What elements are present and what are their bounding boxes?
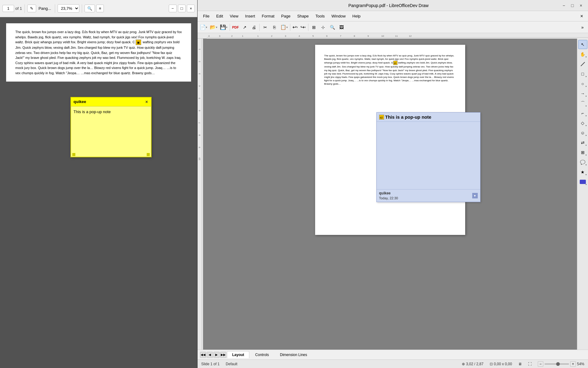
menu-file[interactable]: File [200, 13, 213, 20]
curve-tool-button[interactable]: ⌒ ▾ [578, 99, 587, 108]
rectangle-tool-button[interactable]: □ ▾ [578, 69, 587, 79]
smiley-tool-button[interactable]: ☺ ▾ [578, 128, 587, 137]
tab-dimension-lines[interactable]: Dimension Lines [275, 351, 312, 358]
draw-popup-expand-button[interactable]: ▼ [472, 193, 478, 198]
arrows-tool-button[interactable]: ⇄ ▾ [578, 138, 587, 147]
menu-format[interactable]: Format [259, 13, 277, 20]
fit-icon: ⛶ [528, 362, 532, 366]
zoom-plus-button[interactable]: + [570, 361, 576, 367]
star-tool-button[interactable]: ★ ▾ [578, 167, 587, 177]
copy-button[interactable]: ⎘ [270, 23, 279, 32]
menu-button[interactable]: ≡ [96, 5, 104, 12]
snap-button[interactable]: ⊹ [319, 23, 327, 32]
menu-view[interactable]: View [227, 13, 241, 20]
save-icon: 💾 [220, 24, 226, 30]
left-tools: ↖ ✋ ▾ □ ▾ ○ ▾ → ▾ [577, 39, 588, 350]
svg-rect-18 [198, 39, 203, 350]
tab-controls[interactable]: Controls [250, 351, 274, 358]
open-dropdown[interactable]: 📂 ▾ [209, 23, 218, 32]
nav-prev-button[interactable]: ◀ [207, 352, 213, 358]
zoom-select[interactable]: 23,7% [58, 4, 79, 13]
image-icon: 🖼 [339, 25, 344, 30]
search-button[interactable]: 🔍 [85, 5, 95, 12]
flowchart-tool-button[interactable]: ⊞ ▾ [578, 148, 587, 157]
svg-text:7: 7 [340, 35, 341, 37]
pencil-button[interactable]: ✎ [27, 5, 36, 12]
page-of-label: of 1 [15, 6, 22, 11]
app-close-button[interactable]: × [578, 2, 584, 9]
svg-text:2: 2 [231, 35, 233, 37]
zoom-slider-area: − + 54% [538, 361, 584, 367]
new-dropdown[interactable]: 📄 ▾ [199, 23, 208, 32]
zoom-pan-button[interactable]: 🔍 [328, 23, 337, 32]
toolbar-row1: 📄 ▾ 📂 ▾ 💾 ▾ PDF ↗ 🖨 ✂ ⎘ 📋 ▾ [198, 21, 588, 33]
cut-button[interactable]: ✂ [261, 23, 270, 32]
callout-tool-button[interactable]: 💬 ▾ [578, 158, 587, 167]
app-minimize-button[interactable]: − [560, 2, 567, 9]
menu-shape[interactable]: Shape [294, 13, 312, 20]
export-pdf-button[interactable]: PDF [231, 23, 240, 32]
annotation-icon[interactable]: ▣ [136, 40, 141, 45]
draw-popup-body [377, 122, 480, 189]
svg-text:1: 1 [198, 48, 201, 50]
popup-note: quikee × This is a pop-up note [70, 97, 152, 157]
connector-chevron: ▾ [586, 115, 587, 117]
star-chevron: ▾ [586, 174, 587, 176]
close-left-button[interactable]: × [187, 5, 195, 12]
image-button[interactable]: 🖼 [337, 23, 346, 32]
popup-close-button[interactable]: × [145, 99, 149, 104]
nav-last-button[interactable]: ▶▶ [220, 352, 226, 358]
panel-close-button[interactable]: × [578, 13, 586, 19]
tab-layout[interactable]: Layout [227, 351, 249, 358]
draw-annotation-icon[interactable]: q1 [393, 61, 398, 65]
print-button[interactable]: 🖨 [250, 23, 258, 32]
menu-tools[interactable]: Tools [312, 13, 328, 20]
redo-dropdown[interactable]: ↪ ▾ [300, 23, 307, 32]
color-chevron: ▾ [586, 183, 587, 186]
draw-popup-note: q1 This is a pop-up note quikee Today, 2… [376, 112, 481, 202]
svg-text:10: 10 [198, 158, 201, 160]
popup-note-body: This is a pop-up note [71, 106, 151, 152]
menu-help[interactable]: Help [349, 13, 364, 20]
line-tool-button[interactable] [578, 59, 587, 69]
toolbar-more-button[interactable]: » [578, 23, 587, 32]
draw-popup-text: This is a pop-up note [385, 114, 432, 120]
resize-handle-sw[interactable] [72, 153, 75, 156]
pan-tool-button[interactable]: ✋ ▾ [578, 50, 587, 59]
menu-insert[interactable]: Insert [242, 13, 258, 20]
export-button[interactable]: ↗ [240, 23, 249, 32]
page-number-input[interactable] [2, 5, 14, 12]
menu-page[interactable]: Page [278, 13, 293, 20]
grid-button[interactable]: ⊞ [310, 23, 318, 32]
color-tool-button[interactable]: ▾ [578, 177, 587, 186]
minimize-button[interactable]: − [169, 5, 177, 12]
svg-text:3: 3 [285, 35, 286, 37]
pdf-page: The quick, brown fox jumps over a lazy d… [6, 23, 191, 82]
arrow-tool-button[interactable]: → ▾ [578, 89, 587, 98]
resize-handle-se[interactable] [147, 153, 150, 156]
app-maximize-button[interactable]: □ [569, 2, 576, 9]
ruler-svg-v: 1 2 3 4 5 6 7 8 9 10 [198, 39, 203, 350]
maximize-button[interactable]: □ [178, 5, 186, 12]
connector-tool-icon: ⌐ [581, 111, 584, 116]
save-dropdown[interactable]: 💾 ▾ [219, 23, 228, 32]
select-tool-button[interactable]: ↖ [578, 40, 587, 49]
diamond-tool-button[interactable]: ◇ ▾ [578, 118, 587, 128]
nav-first-button[interactable]: ◀◀ [200, 352, 206, 358]
zoom-slider[interactable] [545, 363, 569, 365]
menu-edit[interactable]: Edit [213, 13, 226, 20]
undo-dropdown[interactable]: ↩ ▾ [292, 23, 299, 32]
ellipse-tool-button[interactable]: ○ ▾ [578, 79, 587, 88]
export-pdf-icon: PDF [232, 25, 239, 29]
filename-label: Pang... [37, 6, 52, 11]
svg-text:4: 4 [208, 35, 210, 37]
menu-window[interactable]: Window [328, 13, 349, 20]
zoom-thumb [556, 362, 560, 366]
nav-next-button[interactable]: ▶ [213, 352, 220, 358]
copy-icon: ⎘ [273, 25, 276, 30]
connector-tool-button[interactable]: ⌐ ▾ [578, 109, 587, 118]
svg-text:9: 9 [368, 35, 369, 37]
left-panel: of 1 ✎ Pang... 23,7% 🔍 ≡ − □ × The quick… [0, 0, 198, 368]
zoom-minus-button[interactable]: − [538, 361, 543, 367]
paste-dropdown[interactable]: 📋 ▾ [279, 23, 289, 32]
